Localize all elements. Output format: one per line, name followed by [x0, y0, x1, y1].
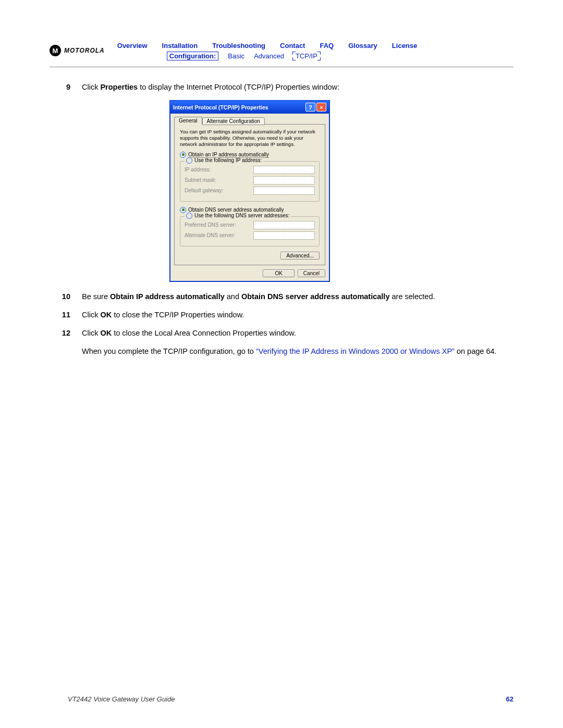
field-label: Default gateway:	[185, 188, 224, 193]
page-header: M MOTOROLA Overview Installation Trouble…	[50, 42, 513, 60]
subnav-tcpip[interactable]: TCP/IP	[293, 52, 320, 60]
radio-icon	[186, 157, 192, 164]
nav-block: Overview Installation Troubleshooting Co…	[112, 42, 513, 60]
default-gateway-input[interactable]: ...	[253, 187, 315, 195]
nav-troubleshooting[interactable]: Troubleshooting	[212, 42, 265, 50]
group-use-following-dns: Use the following DNS server addresses: …	[180, 216, 320, 246]
brand-logo: M MOTOROLA	[50, 42, 105, 56]
radio-label: Obtain DNS server address automatically	[188, 207, 284, 213]
row-default-gateway: Default gateway: ...	[185, 187, 315, 195]
radio-label: Obtain an IP address automatically	[188, 152, 269, 158]
tab-panel-general: You can get IP settings assigned automat…	[174, 124, 325, 265]
nav-faq[interactable]: FAQ	[320, 42, 334, 50]
cancel-button[interactable]: Cancel	[298, 269, 325, 277]
dialog-description: You can get IP settings assigned automat…	[180, 129, 320, 147]
group-use-following-ip: Use the following IP address: IP address…	[180, 161, 320, 202]
row-ip-address: IP address: ...	[185, 166, 315, 174]
footer-doc-title: VT2442 Voice Gateway User Guide	[68, 695, 175, 703]
ok-button[interactable]: OK	[263, 269, 294, 277]
step-number: 12	[59, 328, 70, 339]
dialog-tabs: General Alternate Configuration	[174, 117, 325, 125]
field-label: IP address:	[185, 167, 211, 172]
field-label: Alternate DNS server:	[185, 232, 235, 238]
radio-obtain-ip-auto[interactable]: Obtain an IP address automatically	[180, 152, 320, 158]
tab-general[interactable]: General	[174, 117, 202, 125]
ip-address-input[interactable]: ...	[253, 166, 315, 174]
step-11: 11 Click OK to close the TCP/IP Properti…	[50, 310, 513, 320]
subnav-basic[interactable]: Basic	[228, 52, 244, 60]
row-preferred-dns: Preferred DNS server: ...	[185, 221, 315, 229]
dialog-button-row: OK Cancel	[174, 269, 325, 277]
radio-icon	[186, 213, 192, 219]
step-9: 9 Click Properties to display the Intern…	[50, 82, 513, 93]
brand-name: MOTOROLA	[64, 47, 105, 54]
step-text: Click Properties to display the Internet…	[82, 82, 339, 93]
step-number: 11	[59, 310, 70, 320]
top-nav: Overview Installation Troubleshooting Co…	[117, 42, 513, 50]
field-label: Preferred DNS server:	[185, 222, 236, 228]
step-number: 9	[59, 82, 70, 93]
page-footer: VT2442 Voice Gateway User Guide 62	[68, 695, 513, 703]
page: M MOTOROLA Overview Installation Trouble…	[0, 0, 563, 728]
header-rule	[50, 67, 513, 67]
nav-installation[interactable]: Installation	[162, 42, 198, 50]
radio-use-following-dns[interactable]: Use the following DNS server addresses:	[185, 213, 291, 219]
subnet-mask-input[interactable]: ...	[253, 176, 315, 184]
radio-icon	[180, 207, 186, 213]
sub-nav: Configuration: Basic Advanced TCP/IP	[167, 52, 513, 60]
nav-license[interactable]: License	[392, 42, 417, 50]
step-text: Be sure Obtain IP address automatically …	[82, 291, 435, 302]
preferred-dns-input[interactable]: ...	[253, 221, 315, 229]
row-subnet-mask: Subnet mask: ...	[185, 176, 315, 184]
radio-obtain-dns-auto[interactable]: Obtain DNS server address automatically	[180, 207, 320, 213]
alternate-dns-input[interactable]: ...	[253, 231, 315, 240]
radio-icon	[180, 152, 186, 158]
tcpip-properties-dialog: Internet Protocol (TCP/IP) Properties ? …	[169, 100, 330, 282]
step-text: Click OK to close the Local Area Connect…	[82, 328, 296, 339]
subnav-advanced[interactable]: Advanced	[254, 52, 284, 60]
verify-ip-link[interactable]: “Verifying the IP Address in Windows 200…	[256, 347, 455, 355]
tab-alternate-configuration[interactable]: Alternate Configuration	[202, 117, 265, 125]
dialog-body: General Alternate Configuration You can …	[170, 114, 329, 281]
radio-label: Use the following DNS server addresses:	[194, 213, 289, 218]
radio-label: Use the following IP address:	[194, 157, 262, 163]
subnav-tcpip-label: TCP/IP	[296, 52, 317, 60]
titlebar-buttons: ? ×	[305, 103, 326, 112]
dialog-title-text: Internet Protocol (TCP/IP) Properties	[173, 104, 268, 110]
advanced-button[interactable]: Advanced...	[280, 252, 320, 260]
motorola-batwing-icon: M	[50, 45, 61, 56]
close-icon[interactable]: ×	[316, 103, 326, 112]
step-10: 10 Be sure Obtain IP address automatical…	[50, 291, 513, 302]
dialog-titlebar: Internet Protocol (TCP/IP) Properties ? …	[170, 101, 329, 114]
row-alternate-dns: Alternate DNS server: ...	[185, 231, 315, 240]
radio-use-following-ip[interactable]: Use the following IP address:	[185, 157, 263, 164]
help-icon[interactable]: ?	[305, 103, 315, 112]
closing-paragraph: When you complete the TCP/IP configurati…	[50, 346, 513, 357]
configuration-label: Configuration:	[167, 52, 219, 60]
footer-page-number: 62	[506, 695, 513, 703]
nav-overview[interactable]: Overview	[117, 42, 148, 50]
nav-contact[interactable]: Contact	[280, 42, 305, 50]
step-text: Click OK to close the TCP/IP Properties …	[82, 310, 244, 320]
step-12: 12 Click OK to close the Local Area Conn…	[50, 328, 513, 339]
step-number: 10	[59, 291, 70, 302]
advanced-row: Advanced...	[180, 252, 320, 260]
field-label: Subnet mask:	[185, 177, 216, 183]
nav-glossary[interactable]: Glossary	[348, 42, 377, 50]
